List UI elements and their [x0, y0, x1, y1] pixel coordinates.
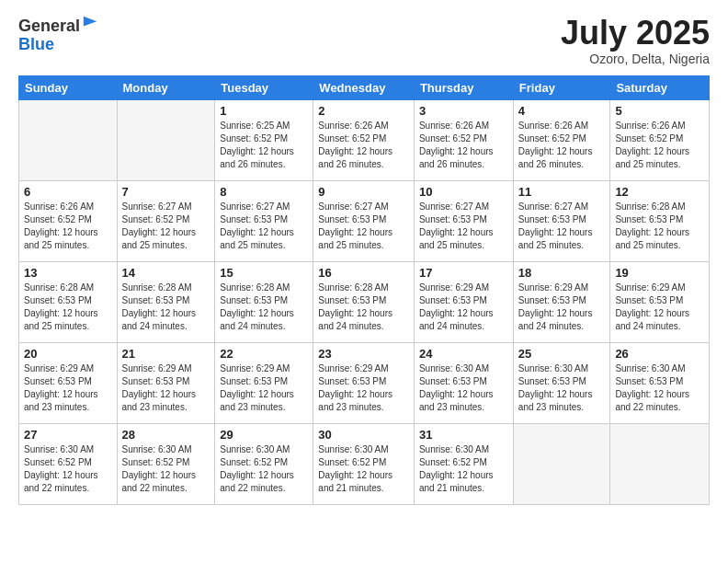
calendar-cell: 6Sunrise: 6:26 AM Sunset: 6:52 PM Daylig… [19, 180, 118, 261]
col-tuesday: Tuesday [215, 75, 313, 99]
month-title: July 2025 [561, 15, 710, 52]
day-number: 8 [220, 185, 308, 199]
calendar-cell: 23Sunrise: 6:29 AM Sunset: 6:53 PM Dayli… [313, 342, 415, 423]
day-info: Sunrise: 6:30 AM Sunset: 6:53 PM Dayligh… [419, 362, 508, 414]
day-info: Sunrise: 6:26 AM Sunset: 6:52 PM Dayligh… [615, 120, 704, 171]
day-number: 12 [615, 185, 704, 199]
calendar-cell [513, 423, 610, 504]
day-number: 7 [122, 185, 210, 199]
calendar-cell: 20Sunrise: 6:29 AM Sunset: 6:53 PM Dayli… [19, 342, 118, 423]
calendar-cell: 21Sunrise: 6:29 AM Sunset: 6:53 PM Dayli… [117, 342, 215, 423]
calendar-cell: 19Sunrise: 6:29 AM Sunset: 6:53 PM Dayli… [610, 261, 710, 342]
day-info: Sunrise: 6:28 AM Sunset: 6:53 PM Dayligh… [318, 282, 409, 333]
day-number: 21 [122, 347, 210, 361]
day-info: Sunrise: 6:29 AM Sunset: 6:53 PM Dayligh… [318, 362, 409, 414]
calendar-cell [117, 99, 215, 180]
day-info: Sunrise: 6:29 AM Sunset: 6:53 PM Dayligh… [220, 362, 308, 414]
day-number: 19 [615, 266, 704, 280]
calendar-week-1: 1Sunrise: 6:25 AM Sunset: 6:52 PM Daylig… [19, 99, 710, 180]
day-info: Sunrise: 6:30 AM Sunset: 6:52 PM Dayligh… [318, 443, 409, 495]
day-number: 16 [318, 266, 409, 280]
day-info: Sunrise: 6:29 AM Sunset: 6:53 PM Dayligh… [518, 282, 606, 333]
day-number: 25 [518, 347, 606, 361]
calendar-cell: 11Sunrise: 6:27 AM Sunset: 6:53 PM Dayli… [513, 180, 610, 261]
calendar-week-3: 13Sunrise: 6:28 AM Sunset: 6:53 PM Dayli… [19, 261, 710, 342]
calendar-cell: 15Sunrise: 6:28 AM Sunset: 6:53 PM Dayli… [215, 261, 313, 342]
calendar-cell [19, 99, 118, 180]
calendar-week-4: 20Sunrise: 6:29 AM Sunset: 6:53 PM Dayli… [19, 342, 710, 423]
day-info: Sunrise: 6:27 AM Sunset: 6:53 PM Dayligh… [318, 201, 409, 252]
logo-general: General [18, 17, 80, 35]
day-info: Sunrise: 6:30 AM Sunset: 6:53 PM Dayligh… [615, 362, 704, 414]
calendar-cell: 29Sunrise: 6:30 AM Sunset: 6:52 PM Dayli… [215, 423, 313, 504]
day-info: Sunrise: 6:28 AM Sunset: 6:53 PM Dayligh… [220, 282, 308, 333]
calendar-cell: 31Sunrise: 6:30 AM Sunset: 6:52 PM Dayli… [414, 423, 513, 504]
logo-blue: Blue [18, 35, 54, 53]
day-number: 27 [24, 428, 112, 442]
col-monday: Monday [117, 75, 215, 99]
calendar-header-row: Sunday Monday Tuesday Wednesday Thursday… [19, 75, 710, 99]
calendar-cell: 2Sunrise: 6:26 AM Sunset: 6:52 PM Daylig… [313, 99, 415, 180]
calendar-table: Sunday Monday Tuesday Wednesday Thursday… [18, 75, 710, 505]
day-number: 28 [122, 428, 210, 442]
calendar-cell: 28Sunrise: 6:30 AM Sunset: 6:52 PM Dayli… [117, 423, 215, 504]
calendar-cell: 17Sunrise: 6:29 AM Sunset: 6:53 PM Dayli… [414, 261, 513, 342]
day-info: Sunrise: 6:25 AM Sunset: 6:52 PM Dayligh… [220, 120, 308, 171]
day-info: Sunrise: 6:30 AM Sunset: 6:52 PM Dayligh… [220, 443, 308, 495]
calendar-week-2: 6Sunrise: 6:26 AM Sunset: 6:52 PM Daylig… [19, 180, 710, 261]
day-info: Sunrise: 6:28 AM Sunset: 6:53 PM Dayligh… [615, 201, 704, 252]
calendar-cell: 13Sunrise: 6:28 AM Sunset: 6:53 PM Dayli… [19, 261, 118, 342]
day-info: Sunrise: 6:27 AM Sunset: 6:53 PM Dayligh… [419, 201, 508, 252]
day-number: 6 [24, 185, 112, 199]
calendar-cell: 9Sunrise: 6:27 AM Sunset: 6:53 PM Daylig… [313, 180, 415, 261]
calendar-cell: 5Sunrise: 6:26 AM Sunset: 6:52 PM Daylig… [610, 99, 710, 180]
calendar-cell: 1Sunrise: 6:25 AM Sunset: 6:52 PM Daylig… [215, 99, 313, 180]
day-number: 15 [220, 266, 308, 280]
day-number: 3 [419, 104, 508, 118]
day-number: 31 [419, 428, 508, 442]
day-number: 4 [518, 104, 606, 118]
day-number: 18 [518, 266, 606, 280]
calendar-cell: 30Sunrise: 6:30 AM Sunset: 6:52 PM Dayli… [313, 423, 415, 504]
calendar-cell: 26Sunrise: 6:30 AM Sunset: 6:53 PM Dayli… [610, 342, 710, 423]
day-number: 1 [220, 104, 308, 118]
logo: General Blue [18, 15, 98, 54]
day-info: Sunrise: 6:29 AM Sunset: 6:53 PM Dayligh… [615, 282, 704, 333]
calendar-body: 1Sunrise: 6:25 AM Sunset: 6:52 PM Daylig… [19, 99, 710, 504]
day-number: 22 [220, 347, 308, 361]
day-number: 17 [419, 266, 508, 280]
day-info: Sunrise: 6:30 AM Sunset: 6:52 PM Dayligh… [24, 443, 112, 495]
title-block: July 2025 Ozoro, Delta, Nigeria [561, 15, 710, 66]
day-number: 5 [615, 104, 704, 118]
day-number: 26 [615, 347, 704, 361]
calendar-cell: 7Sunrise: 6:27 AM Sunset: 6:52 PM Daylig… [117, 180, 215, 261]
day-info: Sunrise: 6:29 AM Sunset: 6:53 PM Dayligh… [122, 362, 210, 414]
day-number: 9 [318, 185, 409, 199]
location: Ozoro, Delta, Nigeria [561, 52, 710, 66]
day-number: 23 [318, 347, 409, 361]
col-thursday: Thursday [414, 75, 513, 99]
day-number: 13 [24, 266, 112, 280]
header: General Blue July 2025 Ozoro, Delta, Nig… [18, 15, 710, 66]
day-number: 11 [518, 185, 606, 199]
day-info: Sunrise: 6:28 AM Sunset: 6:53 PM Dayligh… [122, 282, 210, 333]
col-saturday: Saturday [610, 75, 710, 99]
calendar-cell: 24Sunrise: 6:30 AM Sunset: 6:53 PM Dayli… [414, 342, 513, 423]
day-number: 20 [24, 347, 112, 361]
day-info: Sunrise: 6:27 AM Sunset: 6:53 PM Dayligh… [518, 201, 606, 252]
col-sunday: Sunday [19, 75, 118, 99]
day-info: Sunrise: 6:29 AM Sunset: 6:53 PM Dayligh… [419, 282, 508, 333]
day-info: Sunrise: 6:26 AM Sunset: 6:52 PM Dayligh… [518, 120, 606, 171]
day-info: Sunrise: 6:26 AM Sunset: 6:52 PM Dayligh… [318, 120, 409, 171]
calendar-cell: 3Sunrise: 6:26 AM Sunset: 6:52 PM Daylig… [414, 99, 513, 180]
logo-text: General [18, 15, 98, 36]
calendar-cell [610, 423, 710, 504]
day-info: Sunrise: 6:30 AM Sunset: 6:53 PM Dayligh… [518, 362, 606, 414]
day-info: Sunrise: 6:30 AM Sunset: 6:52 PM Dayligh… [122, 443, 210, 495]
calendar-cell: 22Sunrise: 6:29 AM Sunset: 6:53 PM Dayli… [215, 342, 313, 423]
day-info: Sunrise: 6:27 AM Sunset: 6:52 PM Dayligh… [122, 201, 210, 252]
day-info: Sunrise: 6:26 AM Sunset: 6:52 PM Dayligh… [24, 201, 112, 252]
day-info: Sunrise: 6:30 AM Sunset: 6:52 PM Dayligh… [419, 443, 508, 495]
day-number: 2 [318, 104, 409, 118]
day-info: Sunrise: 6:28 AM Sunset: 6:53 PM Dayligh… [24, 282, 112, 333]
